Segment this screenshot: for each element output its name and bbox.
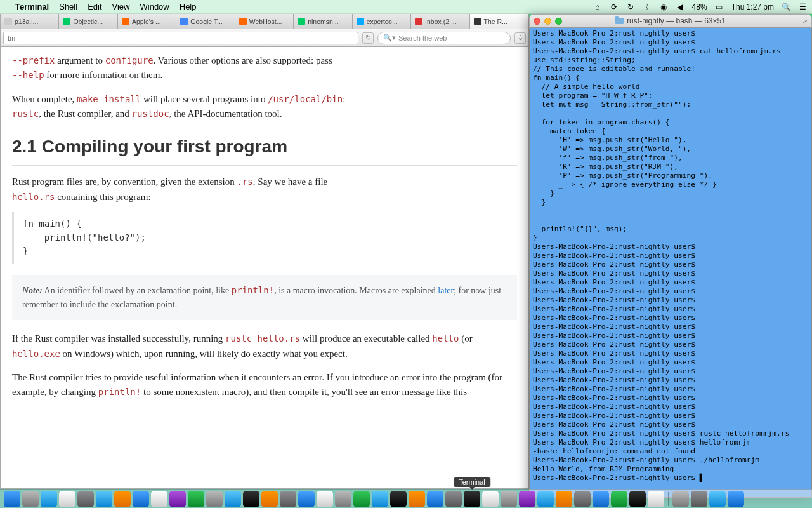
dock-app[interactable] bbox=[611, 491, 627, 507]
dock-app[interactable] bbox=[629, 491, 646, 507]
note-title: Note: bbox=[22, 286, 43, 295]
code-inline: --prefix bbox=[12, 55, 55, 65]
dock-tooltip: Terminal bbox=[454, 477, 490, 487]
tab-3[interactable]: Google T... bbox=[176, 14, 235, 29]
dock-app[interactable] bbox=[77, 491, 94, 507]
dock-app[interactable] bbox=[574, 491, 591, 507]
terminal-titlebar[interactable]: rust-nightly — bash — 63×51 ⤢ bbox=[529, 14, 812, 28]
dock-terminal[interactable]: Terminal bbox=[464, 491, 480, 507]
tab-0[interactable]: p13a.j... bbox=[1, 14, 59, 29]
dock-finder[interactable] bbox=[4, 491, 20, 507]
tab-2[interactable]: Apple's ... bbox=[118, 14, 176, 29]
timemachine-icon[interactable]: ↻ bbox=[626, 3, 635, 11]
dock-app[interactable] bbox=[390, 491, 407, 507]
battery-percent[interactable]: 48% bbox=[692, 3, 707, 11]
tab-label: p13a.j... bbox=[15, 18, 38, 25]
dock-trash[interactable] bbox=[728, 491, 744, 507]
tab-7[interactable]: Inbox (2,... bbox=[411, 14, 469, 29]
dock-app[interactable] bbox=[335, 491, 351, 507]
code-inline: rustdoc bbox=[132, 109, 169, 119]
dock-app[interactable] bbox=[482, 491, 499, 507]
dock-app[interactable] bbox=[672, 491, 689, 507]
url-bar[interactable]: tml bbox=[3, 32, 358, 44]
tab-label: Apple's ... bbox=[132, 18, 161, 25]
dock-app[interactable] bbox=[59, 491, 75, 507]
code-inline: hello bbox=[432, 333, 459, 344]
text: will produce an executable called bbox=[300, 333, 432, 344]
battery-icon[interactable]: ▭ bbox=[715, 3, 724, 11]
code-inline: rustc hello.rs bbox=[225, 333, 300, 344]
menu-view[interactable]: View bbox=[112, 2, 130, 11]
text: to some nonexistent macro), and then com… bbox=[141, 387, 467, 397]
dock-app[interactable] bbox=[280, 491, 296, 507]
text: (or bbox=[459, 333, 472, 344]
dock-app[interactable] bbox=[353, 491, 370, 507]
tab-5[interactable]: ninemsn... bbox=[294, 14, 352, 29]
app-menu[interactable]: Terminal bbox=[15, 2, 49, 11]
tab-6[interactable]: expertco... bbox=[353, 14, 411, 29]
dropbox-icon[interactable]: ⌂ bbox=[593, 3, 602, 11]
menu-help[interactable]: Help bbox=[180, 2, 197, 11]
dock-app[interactable] bbox=[427, 491, 443, 507]
dock-app[interactable] bbox=[593, 491, 609, 507]
bluetooth-icon[interactable]: ᛒ bbox=[643, 3, 652, 11]
sync-icon[interactable]: ⟳ bbox=[610, 3, 619, 11]
dock-app[interactable] bbox=[298, 491, 315, 507]
menu-shell[interactable]: Shell bbox=[59, 2, 77, 11]
text: When complete, bbox=[12, 94, 77, 104]
code-inline: configure bbox=[105, 55, 154, 65]
dock-app[interactable] bbox=[261, 491, 278, 507]
terminal-title-text: rust-nightly — bash — 63×51 bbox=[627, 17, 726, 25]
dock-app[interactable] bbox=[114, 491, 131, 507]
terminal-body[interactable]: Users-MacBook-Pro-2:rust-nightly user$ U… bbox=[529, 28, 812, 498]
dock-app[interactable] bbox=[169, 491, 186, 507]
terminal-title: rust-nightly — bash — 63×51 bbox=[530, 17, 811, 25]
code-inline: hello.rs bbox=[12, 192, 55, 202]
dock-app[interactable] bbox=[151, 491, 167, 507]
dock-app[interactable] bbox=[519, 491, 535, 507]
dock-app[interactable] bbox=[501, 491, 517, 507]
text: . Say we have a file bbox=[253, 177, 327, 187]
dock-app[interactable] bbox=[372, 491, 388, 507]
tab-1[interactable]: Objectic... bbox=[59, 14, 117, 29]
reload-button[interactable]: ↻ bbox=[362, 32, 374, 44]
dock-app[interactable] bbox=[556, 491, 572, 507]
dock-app[interactable] bbox=[409, 491, 425, 507]
tab-label: ninemsn... bbox=[308, 18, 338, 25]
wifi-icon[interactable]: ◉ bbox=[659, 3, 668, 11]
tab-8[interactable]: The R... bbox=[470, 14, 528, 29]
text: . Various other options are also support… bbox=[154, 55, 332, 65]
download-button[interactable]: ⇩ bbox=[514, 32, 526, 44]
code-inline: make install bbox=[77, 94, 141, 104]
spotlight-icon[interactable]: 🔍 bbox=[782, 3, 790, 11]
dock-app[interactable] bbox=[225, 491, 241, 507]
text: , the API-documentation tool. bbox=[169, 109, 282, 119]
note-box: Note: An identifier followed by an excla… bbox=[12, 275, 517, 320]
dock-app[interactable] bbox=[648, 491, 664, 507]
dock-separator bbox=[668, 492, 669, 506]
dock-app[interactable] bbox=[537, 491, 554, 507]
dock-app[interactable] bbox=[41, 491, 57, 507]
clock[interactable]: Thu 1:27 pm bbox=[731, 3, 774, 11]
tab-4[interactable]: WebHost... bbox=[235, 14, 294, 29]
notifications-icon[interactable]: ☰ bbox=[798, 3, 807, 11]
dock-app[interactable] bbox=[133, 491, 149, 507]
dock-app[interactable] bbox=[206, 491, 223, 507]
link-later[interactable]: later bbox=[438, 286, 454, 295]
dock-app[interactable] bbox=[445, 491, 462, 507]
dock-app[interactable] bbox=[317, 491, 333, 507]
dock-app[interactable] bbox=[188, 491, 204, 507]
volume-icon[interactable]: ◀ bbox=[676, 3, 684, 11]
dock-app[interactable] bbox=[243, 491, 259, 507]
search-icon: 🔍▾ bbox=[383, 34, 396, 42]
dock-app[interactable] bbox=[709, 491, 726, 507]
menu-window[interactable]: Window bbox=[140, 2, 169, 11]
text: will place several programs into bbox=[141, 94, 268, 104]
search-box[interactable]: 🔍▾ Search the web bbox=[377, 32, 511, 44]
dock-app[interactable] bbox=[22, 491, 39, 507]
dock-app[interactable] bbox=[96, 491, 112, 507]
section-heading: 2.1 Compiling your first program bbox=[12, 133, 517, 160]
menu-edit[interactable]: Edit bbox=[88, 2, 102, 11]
code-inline: println! bbox=[98, 387, 141, 397]
dock-app[interactable] bbox=[691, 491, 707, 507]
